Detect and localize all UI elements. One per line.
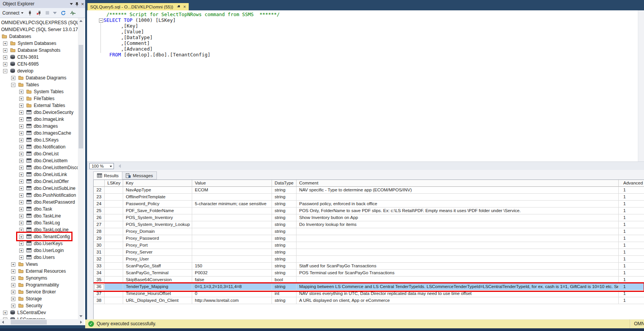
grid-cell[interactable]: string bbox=[272, 214, 296, 221]
grid-cell[interactable] bbox=[192, 194, 272, 201]
row-number-cell[interactable]: 31 bbox=[94, 249, 105, 256]
grid-cell[interactable]: string bbox=[272, 249, 296, 256]
grid-cell[interactable] bbox=[192, 207, 272, 214]
grid-cell[interactable] bbox=[296, 249, 619, 256]
code-collapse-toggle[interactable]: − bbox=[99, 18, 103, 23]
grid-cell[interactable]: string bbox=[272, 270, 296, 277]
tree-item[interactable]: +Service Broker bbox=[0, 288, 78, 295]
grid-cell[interactable] bbox=[105, 263, 123, 270]
row-number-cell[interactable]: 26 bbox=[94, 214, 105, 221]
expand-icon[interactable]: + bbox=[11, 262, 15, 267]
grid-cell[interactable] bbox=[296, 256, 619, 263]
tree-item[interactable]: +dbo.ResetPassword bbox=[0, 199, 78, 206]
scroll-right-icon[interactable] bbox=[80, 321, 82, 324]
tree-item[interactable]: +dbo.TaskLog bbox=[0, 219, 78, 226]
expand-icon[interactable]: + bbox=[19, 166, 23, 170]
grid-cell[interactable]: string bbox=[272, 256, 296, 263]
table-row[interactable]: 28Proxy_Domainstring1 bbox=[94, 228, 644, 235]
grid-cell[interactable]: Proxy_Server bbox=[123, 249, 192, 256]
document-tab[interactable]: SQLQuery5.sql - O...DEVKLPC\omni (55)) × bbox=[87, 3, 189, 10]
row-number-cell[interactable]: 35 bbox=[94, 277, 105, 283]
grid-cell[interactable]: POS_System_Inventory bbox=[123, 214, 192, 221]
grid-cell[interactable]: Do Inventory lookup for items bbox=[296, 221, 619, 228]
grid-cell[interactable]: 0=1,1=3,2=10,3=11,4=8 bbox=[192, 283, 272, 290]
expand-icon[interactable]: + bbox=[19, 207, 23, 211]
collapse-icon[interactable]: − bbox=[3, 69, 7, 73]
grid-cell[interactable]: SkipBase64Conversion bbox=[123, 277, 192, 283]
expand-icon[interactable]: + bbox=[19, 200, 23, 204]
row-number-cell[interactable]: 30 bbox=[94, 242, 105, 249]
tree-item[interactable]: +dbo.DeviceSecurity bbox=[0, 109, 78, 116]
expand-icon[interactable]: + bbox=[11, 76, 15, 80]
grid-cell[interactable] bbox=[105, 221, 123, 228]
expand-icon[interactable]: + bbox=[11, 304, 15, 308]
grid-cell[interactable]: NavAppType bbox=[123, 187, 192, 194]
tree-item[interactable]: −develop bbox=[0, 68, 78, 74]
expand-icon[interactable]: + bbox=[19, 90, 23, 94]
tree-item[interactable]: +dbo.TaskLine bbox=[0, 212, 78, 219]
tree-item[interactable]: +dbo.Task bbox=[0, 206, 78, 212]
grid-cell[interactable]: POS_System_Inventory_Lookup bbox=[123, 221, 192, 228]
table-row[interactable]: 29Proxy_Passwordstring1 bbox=[94, 235, 644, 242]
tree-item[interactable]: +dbo.OneListOffer bbox=[0, 178, 78, 185]
expand-icon[interactable]: + bbox=[11, 269, 15, 273]
row-number-cell[interactable]: 32 bbox=[94, 256, 105, 263]
collapse-icon[interactable]: − bbox=[11, 83, 15, 87]
tree-item[interactable]: +LSCommerce bbox=[0, 316, 78, 319]
expand-icon[interactable]: + bbox=[19, 242, 23, 246]
grid-cell[interactable]: 1 bbox=[619, 270, 644, 277]
tree-item[interactable]: +dbo.OneListSubLine bbox=[0, 185, 78, 192]
expand-icon[interactable]: + bbox=[19, 193, 23, 198]
tree-item[interactable]: +dbo.UserLogin bbox=[0, 247, 78, 254]
table-row[interactable]: 24Password_Policy5-character minimum; ca… bbox=[94, 201, 644, 207]
tree-item-server[interactable]: OMNIDEVKLPC (SQL Server 13.0.1742.0 - bbox=[0, 26, 78, 33]
column-header[interactable]: LSKey bbox=[105, 180, 123, 187]
expand-icon[interactable]: + bbox=[19, 97, 23, 101]
grid-cell[interactable]: 1 bbox=[619, 214, 644, 221]
tree-item[interactable]: +Database Snapshots bbox=[0, 47, 78, 54]
grid-cell[interactable] bbox=[192, 228, 272, 235]
row-number-cell[interactable]: 22 bbox=[94, 187, 105, 194]
grid-cell[interactable] bbox=[296, 228, 619, 235]
tree-item[interactable]: +Views bbox=[0, 261, 78, 268]
grid-cell[interactable]: PDF_Save_FolderName bbox=[123, 207, 192, 214]
editor-vertical-scrollbar[interactable] bbox=[638, 10, 644, 161]
tab-messages[interactable]: Messages bbox=[122, 171, 156, 179]
table-row[interactable]: 34ScanPayGo_TerminalP0032stringPOS Termi… bbox=[94, 270, 644, 277]
expand-icon[interactable]: + bbox=[19, 214, 23, 218]
grid-cell[interactable]: 1 bbox=[619, 207, 644, 214]
grid-cell[interactable]: string bbox=[272, 235, 296, 242]
expand-icon[interactable]: + bbox=[3, 41, 7, 46]
grid-cell[interactable]: 1 bbox=[619, 290, 644, 297]
expand-icon[interactable]: + bbox=[19, 159, 23, 163]
grid-cell[interactable]: ScanPayGo_Terminal bbox=[123, 270, 192, 277]
grid-cell[interactable]: POS Terminal used for ScanPayGo Transact… bbox=[296, 270, 619, 277]
grid-cell[interactable]: 1 bbox=[619, 228, 644, 235]
table-row[interactable]: 36TenderType_Mapping0=1,1=3,2=10,3=11,4=… bbox=[94, 283, 644, 290]
grid-cell[interactable]: Proxy_Password bbox=[123, 235, 192, 242]
grid-cell[interactable]: ScanPayGo_Staff bbox=[123, 263, 192, 270]
tree-item[interactable]: +dbo.OneListLink bbox=[0, 171, 78, 178]
grid-cell[interactable]: false bbox=[192, 277, 272, 283]
expand-icon[interactable]: + bbox=[11, 290, 15, 294]
grid-cell[interactable] bbox=[296, 277, 619, 283]
table-row[interactable]: 32Proxy_Userstring1 bbox=[94, 256, 644, 263]
table-row[interactable]: 26POS_System_InventorystringShow Invento… bbox=[94, 214, 644, 221]
expand-icon[interactable]: + bbox=[19, 124, 23, 128]
grid-cell[interactable] bbox=[192, 221, 272, 228]
table-row[interactable]: 35SkipBase64Conversionfalsebool1 bbox=[94, 277, 644, 283]
grid-cell[interactable]: Timezone_HoursOffset bbox=[123, 290, 192, 297]
row-number-cell[interactable]: 36 bbox=[94, 283, 105, 290]
tree-item[interactable]: −Tables bbox=[0, 81, 78, 88]
tree-item[interactable]: +CEN-3691 bbox=[0, 54, 78, 61]
row-number-cell[interactable]: 34 bbox=[94, 270, 105, 277]
expand-icon[interactable]: + bbox=[11, 297, 15, 301]
scrollbar-thumb[interactable] bbox=[11, 320, 47, 324]
stop-icon[interactable] bbox=[46, 11, 49, 15]
expand-icon[interactable]: + bbox=[19, 104, 23, 108]
scroll-left-icon[interactable] bbox=[119, 164, 121, 168]
tree-item[interactable]: +Programmability bbox=[0, 282, 78, 288]
activity-monitor-icon[interactable] bbox=[70, 11, 76, 15]
grid-cell[interactable] bbox=[105, 290, 123, 297]
tree-item[interactable]: +dbo.PushNotification bbox=[0, 192, 78, 199]
